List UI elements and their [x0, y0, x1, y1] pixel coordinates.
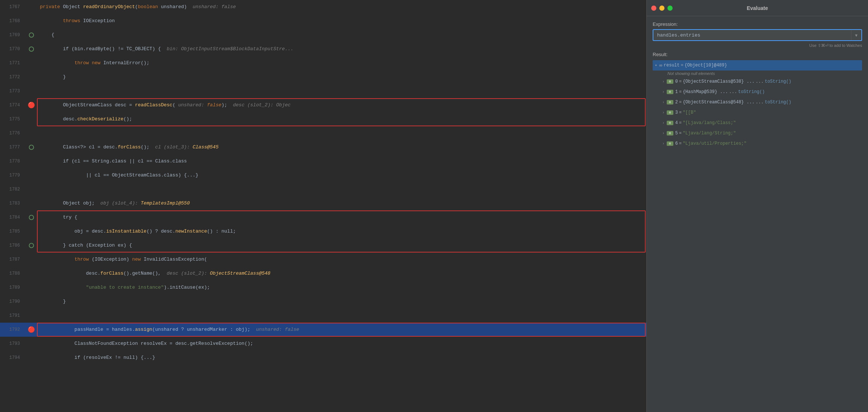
line-gutter-1784: [26, 215, 37, 220]
expand-arrow-item[interactable]: ›: [660, 109, 667, 116]
code-line-1784: 1784 try {: [0, 210, 646, 224]
field-icon: ≡: [667, 110, 673, 115]
result-tree: ▾ ∞ result = {Object[10]@489} Not showin…: [653, 60, 862, 149]
item-eq: =: [679, 89, 681, 95]
line-number-1769: 1769: [0, 32, 26, 38]
result-label: Result:: [653, 52, 862, 57]
breakpoint-icon[interactable]: 🔴: [28, 326, 35, 333]
result-eq: =: [681, 63, 683, 68]
code-line-1792: 1792🔴 passHandle = handles.assign(unshar…: [0, 323, 646, 337]
code-line-1775: 1775 desc.checkDeserialize();: [0, 112, 646, 126]
line-number-1772: 1772: [0, 75, 26, 80]
code-line-1774: 1774🔴 ObjectStreamClass desc = readClass…: [0, 98, 646, 112]
line-number-1778: 1778: [0, 159, 26, 164]
field-icon: ≡: [667, 79, 673, 84]
line-number-1773: 1773: [0, 89, 26, 94]
line-number-1770: 1770: [0, 47, 26, 52]
line-gutter-1774: 🔴: [26, 102, 37, 109]
item-sep: ...: [729, 89, 737, 95]
item-index: 3: [675, 110, 678, 115]
code-line-1771: 1771 throw new InternalError();: [0, 56, 646, 70]
traffic-lights: [651, 6, 673, 11]
code-content-1794: if (resolveEx != null) {...}: [37, 351, 646, 365]
code-content-1767: private Object readOrdinaryObject(boolea…: [37, 0, 646, 14]
code-line-1773: 1773: [0, 84, 646, 98]
item-sep: ...: [756, 100, 764, 105]
item-value: {ObjectStreamClass@548} ...: [683, 100, 754, 105]
line-gutter-1777: [26, 145, 37, 150]
item-value: "Ljava/util/Properties;": [683, 141, 746, 146]
expand-arrow-root[interactable]: ▾: [653, 62, 659, 69]
item-index: 6: [675, 141, 678, 146]
expression-input[interactable]: [653, 30, 851, 40]
line-number-1768: 1768: [0, 18, 26, 24]
code-content-1783: Object obj; obj (slot_4): TemplatesImpl@…: [37, 196, 646, 210]
line-number-1789: 1789: [0, 285, 26, 290]
code-content-1792: passHandle = handles.assign(unshared ? u…: [37, 323, 646, 337]
line-gutter-1769: [26, 32, 37, 38]
code-line-1788: 1788 desc.forClass().getName(), desc (sl…: [0, 267, 646, 281]
field-icon: ≡: [667, 131, 673, 135]
code-line-1789: 1789 "unable to create instance").initCa…: [0, 281, 646, 295]
result-item-1[interactable]: ›≡1 = {HashMap@539} ... ... toString(): [653, 87, 862, 97]
line-number-1787: 1787: [0, 257, 26, 262]
close-button[interactable]: [651, 6, 656, 11]
result-root-row[interactable]: ▾ ∞ result = {Object[10]@489}: [653, 60, 862, 71]
debug-dot: [29, 215, 34, 220]
item-tostring-link[interactable]: toString(): [738, 89, 765, 95]
expression-input-row: ▾: [653, 29, 862, 41]
field-icon: ≡: [667, 100, 673, 104]
expand-arrow-item[interactable]: ›: [660, 140, 667, 147]
code-content-1785: obj = desc.isInstantiable() ? desc.newIn…: [37, 224, 646, 238]
result-item-2[interactable]: ›≡2 = {ObjectStreamClass@548} ... ... to…: [653, 97, 862, 107]
item-eq: =: [679, 79, 681, 84]
line-gutter-1786: [26, 243, 37, 248]
expression-dropdown-button[interactable]: ▾: [851, 30, 861, 40]
not-showing-text: Not showing null elements: [653, 71, 862, 76]
result-item-0[interactable]: ›≡0 = {ObjectStreamClass@538} ... ... to…: [653, 76, 862, 87]
code-line-1785: 1785 obj = desc.isInstantiable() ? desc.…: [0, 224, 646, 238]
code-content-1790: }: [37, 295, 646, 309]
result-item-6[interactable]: ›≡6 = "Ljava/util/Properties;": [653, 138, 862, 149]
item-eq: =: [679, 131, 681, 136]
expand-arrow-item[interactable]: ›: [660, 78, 667, 85]
line-number-1782: 1782: [0, 187, 26, 192]
panel-title: Evaluate: [747, 5, 768, 11]
item-sep: ...: [756, 79, 764, 84]
expression-label: Expression:: [653, 21, 862, 27]
item-tostring-link[interactable]: toString(): [765, 79, 791, 84]
code-content-1774: ObjectStreamClass desc = readClassDesc( …: [37, 98, 646, 112]
item-index: 1: [675, 89, 678, 95]
code-line-1786: 1786 } catch (Exception ex) {: [0, 238, 646, 253]
maximize-button[interactable]: [667, 6, 673, 11]
line-number-1785: 1785: [0, 229, 26, 234]
expand-arrow-item[interactable]: ›: [660, 89, 667, 95]
code-line-1776: 1776: [0, 126, 646, 140]
result-item-5[interactable]: ›≡5 = "Ljava/lang/String;": [653, 128, 862, 138]
item-eq: =: [679, 100, 681, 105]
expand-arrow-item[interactable]: ›: [660, 120, 667, 126]
debug-dot: [29, 47, 34, 52]
result-item-4[interactable]: ›≡4 = "[Ljava/lang/Class;": [653, 118, 862, 128]
breakpoint-icon[interactable]: 🔴: [28, 102, 35, 109]
code-line-1772: 1772 }: [0, 70, 646, 84]
field-icon: ≡: [667, 90, 673, 94]
line-number-1788: 1788: [0, 271, 26, 276]
debug-dot: [29, 243, 34, 248]
item-tostring-link[interactable]: toString(): [765, 100, 791, 105]
expand-arrow-item[interactable]: ›: [660, 130, 667, 137]
code-line-1783: 1783 Object obj; obj (slot_4): Templates…: [0, 196, 646, 210]
minimize-button[interactable]: [659, 6, 664, 11]
line-number-1790: 1790: [0, 299, 26, 304]
item-value: "Ljava/lang/String;": [683, 131, 736, 136]
result-item-3[interactable]: ›≡3 = "[[B": [653, 107, 862, 118]
line-number-1767: 1767: [0, 4, 26, 10]
line-number-1793: 1793: [0, 341, 26, 346]
expand-arrow-item[interactable]: ›: [660, 99, 667, 106]
line-number-1783: 1783: [0, 201, 26, 206]
code-line-1777: 1777 Class<?> cl = desc.forClass(); cl (…: [0, 140, 646, 154]
item-value: "[[B": [683, 110, 696, 115]
code-content-1793: ClassNotFoundException resolveEx = desc.…: [37, 337, 646, 351]
field-icon: ≡: [667, 121, 673, 125]
code-content-1779: || cl == ObjectStreamClass.class) {...}: [37, 168, 646, 182]
